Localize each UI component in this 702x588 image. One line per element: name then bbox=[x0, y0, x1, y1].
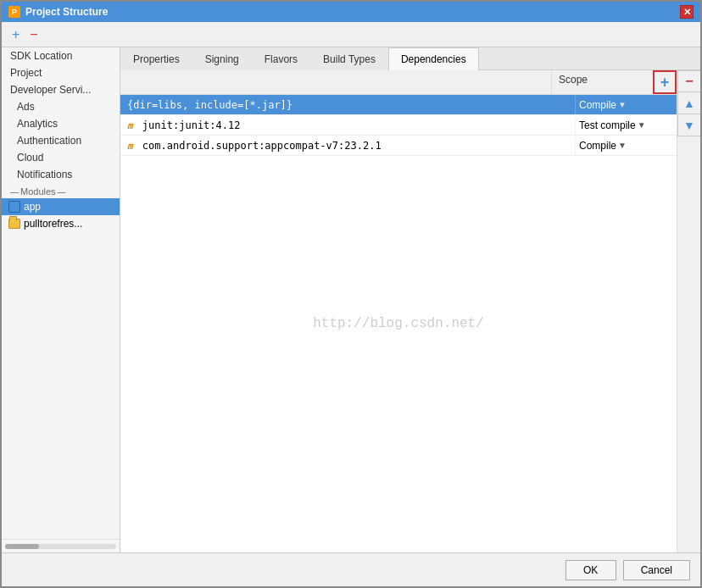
m-badge-junit: m bbox=[127, 120, 133, 131]
sidebar-item-cloud[interactable]: Cloud bbox=[2, 149, 120, 166]
dep-row-junit-scope: Test compile ▼ bbox=[575, 116, 677, 135]
sidebar: SDK Location Project Developer Servi... … bbox=[2, 47, 120, 552]
dep-row-junit-name: m junit:junit:4.12 bbox=[120, 116, 575, 135]
dep-scope-arrow-junit: ▼ bbox=[638, 120, 646, 130]
dep-table-header: Scope + bbox=[120, 70, 677, 95]
main-window: P Project Structure ✕ + − SDK Location P… bbox=[0, 0, 702, 588]
close-button[interactable]: ✕ bbox=[680, 5, 694, 19]
sidebar-item-developer-services[interactable]: Developer Servi... bbox=[2, 81, 120, 98]
sidebar-item-project[interactable]: Project bbox=[2, 64, 120, 81]
dep-move-down-button[interactable]: ▼ bbox=[677, 114, 700, 136]
tab-dependencies[interactable]: Dependencies bbox=[388, 47, 479, 70]
dep-row-libs-name: {dir=libs, include=[*.jar]} bbox=[120, 96, 575, 114]
window-icon: P bbox=[8, 6, 20, 18]
scrollbar-thumb[interactable] bbox=[5, 544, 39, 549]
title-bar-left: P Project Structure bbox=[8, 6, 108, 18]
app-module-icon bbox=[8, 201, 20, 213]
sidebar-item-ads[interactable]: Ads bbox=[2, 98, 120, 115]
dep-move-up-button[interactable]: ▲ bbox=[677, 92, 700, 114]
sidebar-item-notifications[interactable]: Notifications bbox=[2, 166, 120, 183]
m-badge-appcompat: m bbox=[127, 141, 133, 152]
scrollbar-track bbox=[5, 544, 116, 549]
tab-build-types[interactable]: Build Types bbox=[310, 47, 388, 70]
bottom-bar: OK Cancel bbox=[2, 552, 700, 586]
main-area: SDK Location Project Developer Servi... … bbox=[2, 47, 700, 552]
dep-header-name-col bbox=[120, 70, 551, 94]
tabs-bar: Properties Signing Flavors Build Types D… bbox=[120, 47, 700, 70]
ok-button[interactable]: OK bbox=[566, 560, 616, 580]
tab-flavors[interactable]: Flavors bbox=[252, 47, 310, 70]
side-buttons: − ▲ ▼ bbox=[677, 70, 700, 552]
add-button[interactable]: + bbox=[8, 25, 23, 44]
window-title: Project Structure bbox=[25, 6, 108, 18]
tab-signing[interactable]: Signing bbox=[192, 47, 252, 70]
cancel-button[interactable]: Cancel bbox=[623, 560, 690, 580]
dep-scope-dropdown-appcompat[interactable]: Compile ▼ bbox=[579, 140, 627, 152]
remove-button[interactable]: − bbox=[26, 25, 41, 44]
dep-row-junit[interactable]: m junit:junit:4.12 Test compile ▼ bbox=[120, 115, 677, 136]
dep-row-appcompat-scope: Compile ▼ bbox=[575, 136, 677, 155]
dep-remove-button[interactable]: − bbox=[677, 70, 700, 92]
toolbar: + − bbox=[2, 22, 700, 47]
dep-scope-dropdown-libs[interactable]: Compile ▼ bbox=[579, 99, 627, 111]
sidebar-module-app[interactable]: app bbox=[2, 198, 120, 215]
sidebar-item-authentication[interactable]: Authentication bbox=[2, 132, 120, 149]
tab-properties[interactable]: Properties bbox=[120, 47, 192, 70]
folder-module-icon bbox=[8, 219, 20, 229]
content-area: Properties Signing Flavors Build Types D… bbox=[120, 47, 700, 552]
sidebar-module-pulltorefresh[interactable]: pulltorefres... bbox=[2, 215, 120, 232]
modules-section-label: Modules bbox=[2, 183, 120, 198]
sidebar-item-sdk-location[interactable]: SDK Location bbox=[2, 47, 120, 64]
sidebar-module-pulltorefresh-label: pulltorefres... bbox=[24, 218, 82, 230]
dep-row-appcompat-name: m com.android.support:appcompat-v7:23.2.… bbox=[120, 136, 575, 155]
dep-row-appcompat[interactable]: m com.android.support:appcompat-v7:23.2.… bbox=[120, 136, 677, 156]
dep-scope-arrow-appcompat: ▼ bbox=[618, 141, 627, 150]
watermark: http://blog.csdn.net/ bbox=[313, 316, 484, 331]
dep-row-libs-scope: Compile ▼ bbox=[575, 96, 677, 114]
dep-scope-dropdown-junit[interactable]: Test compile ▼ bbox=[579, 119, 646, 131]
dep-row-libs[interactable]: {dir=libs, include=[*.jar]} Compile ▼ bbox=[120, 95, 677, 115]
sidebar-item-analytics[interactable]: Analytics bbox=[2, 115, 120, 132]
dependencies-panel: Scope + {dir=libs, include=[*.jar]} bbox=[120, 70, 700, 552]
dep-scope-arrow-libs: ▼ bbox=[618, 100, 627, 109]
dep-header-scope-col: Scope bbox=[551, 70, 653, 94]
dep-list: {dir=libs, include=[*.jar]} Compile ▼ bbox=[120, 95, 677, 552]
sidebar-scrollbar bbox=[2, 539, 120, 552]
title-bar: P Project Structure ✕ bbox=[2, 2, 700, 22]
dep-add-button[interactable]: + bbox=[653, 70, 677, 94]
sidebar-module-app-label: app bbox=[24, 201, 41, 213]
